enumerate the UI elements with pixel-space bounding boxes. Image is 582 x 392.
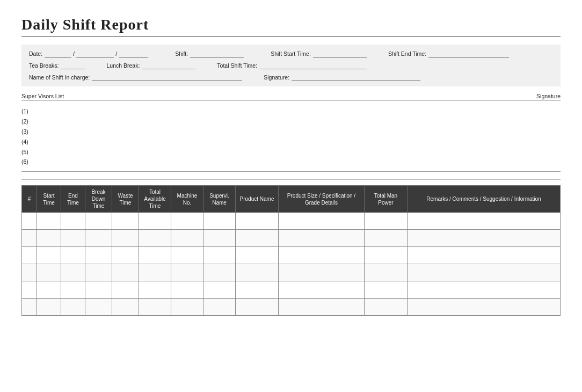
cell-waste [112, 281, 139, 299]
cell-total-avail [139, 264, 171, 281]
cell-end [61, 230, 85, 247]
date-sep2: / [115, 50, 117, 57]
date-year-line [119, 50, 148, 57]
cell-total-man [365, 230, 408, 247]
date-label: Date: [29, 50, 42, 57]
supervisors-header: Super Visors List Signature [21, 92, 561, 101]
supervisors-section: Super Visors List Signature (1) (2) (3) … [21, 92, 561, 172]
table-row [22, 213, 561, 230]
cell-num [22, 213, 37, 230]
shift-label: Shift: [175, 50, 188, 57]
cell-end [61, 247, 85, 264]
form-row-2: Tea Breaks: Lunch Break: Total Shift Tim… [29, 62, 553, 69]
table-row [22, 230, 561, 247]
cell-product-size [279, 264, 365, 281]
table-row [22, 281, 561, 299]
cell-remarks [408, 299, 561, 316]
cell-breakdown [85, 247, 112, 264]
shift-table: # Start Time End Time Break Down Time Wa… [21, 185, 561, 316]
cell-supervi [203, 230, 236, 247]
cell-supervi [203, 281, 236, 299]
total-shift-field: Total Shift Time: [217, 62, 367, 69]
cell-total-avail [139, 230, 171, 247]
list-item: (1) [21, 106, 561, 117]
th-break-down-time: Break Down Time [85, 186, 112, 213]
cell-product-size [279, 213, 365, 230]
cell-product [236, 264, 279, 281]
cell-total-man [365, 213, 408, 230]
cell-total-man [365, 281, 408, 299]
supervisors-signature-label: Signature [536, 93, 561, 99]
table-row [22, 264, 561, 281]
name-field: Name of Shift In charge: [29, 74, 242, 81]
form-row-1: Date: / / Shift: Shift Start Time: Shift… [29, 50, 553, 57]
shift-field: Shift: [175, 50, 244, 57]
th-start-time: Start Time [37, 186, 61, 213]
cell-end [61, 213, 85, 230]
cell-num [22, 281, 37, 299]
tea-breaks-field: Tea Breaks: [29, 62, 85, 69]
cell-product-size [279, 281, 365, 299]
date-month-line [76, 50, 114, 57]
cell-product-size [279, 299, 365, 316]
cell-waste [112, 299, 139, 316]
supervisors-list-label: Super Visors List [21, 93, 64, 99]
tea-breaks-line [61, 62, 85, 69]
cell-waste [112, 213, 139, 230]
shift-end-line [428, 50, 509, 57]
tea-breaks-label: Tea Breaks: [29, 62, 59, 69]
cell-start [37, 281, 61, 299]
cell-total-avail [139, 281, 171, 299]
th-supervi-name: Supervi. Name [203, 186, 236, 213]
cell-breakdown [85, 299, 112, 316]
shift-line [190, 50, 244, 57]
cell-num [22, 264, 37, 281]
cell-start [37, 264, 61, 281]
name-line [92, 74, 242, 81]
signature-line [292, 74, 420, 81]
signature-field: Signature: [264, 74, 420, 81]
cell-num [22, 230, 37, 247]
th-end-time: End Time [61, 186, 85, 213]
cell-supervi [203, 213, 236, 230]
cell-total-man [365, 264, 408, 281]
cell-waste [112, 264, 139, 281]
table-row [22, 247, 561, 264]
cell-product [236, 230, 279, 247]
cell-remarks [408, 230, 561, 247]
cell-start [37, 247, 61, 264]
date-day-line [45, 50, 71, 57]
shift-end-label: Shift End Time: [388, 50, 426, 57]
list-item: (5) [21, 147, 561, 157]
date-inputs: / / [45, 50, 148, 57]
total-shift-label: Total Shift Time: [217, 62, 257, 69]
cell-machine [171, 247, 203, 264]
cell-machine [171, 264, 203, 281]
cell-machine [171, 299, 203, 316]
cell-supervi [203, 247, 236, 264]
cell-product [236, 213, 279, 230]
cell-waste [112, 230, 139, 247]
cell-product-size [279, 247, 365, 264]
supervisors-list: (1) (2) (3) (4) (5) (6) [21, 104, 561, 169]
cell-remarks [408, 281, 561, 299]
cell-total-man [365, 299, 408, 316]
cell-supervi [203, 264, 236, 281]
cell-num [22, 247, 37, 264]
cell-total-man [365, 247, 408, 264]
cell-breakdown [85, 213, 112, 230]
shift-start-field: Shift Start Time: [271, 50, 367, 57]
lunch-break-field: Lunch Break: [106, 62, 195, 69]
th-total-available-time: Total Available Time [139, 186, 171, 213]
shift-start-line [313, 50, 367, 57]
cell-product [236, 247, 279, 264]
cell-product [236, 281, 279, 299]
table-row [22, 299, 561, 316]
form-row-3: Name of Shift In charge: Signature: [29, 74, 553, 81]
cell-num [22, 299, 37, 316]
list-item: (2) [21, 117, 561, 127]
date-field: Date: / / [29, 50, 148, 57]
lunch-break-label: Lunch Break: [106, 62, 140, 69]
cell-machine [171, 281, 203, 299]
th-remarks: Remarks / Comments / Suggestion / Inform… [408, 186, 561, 213]
